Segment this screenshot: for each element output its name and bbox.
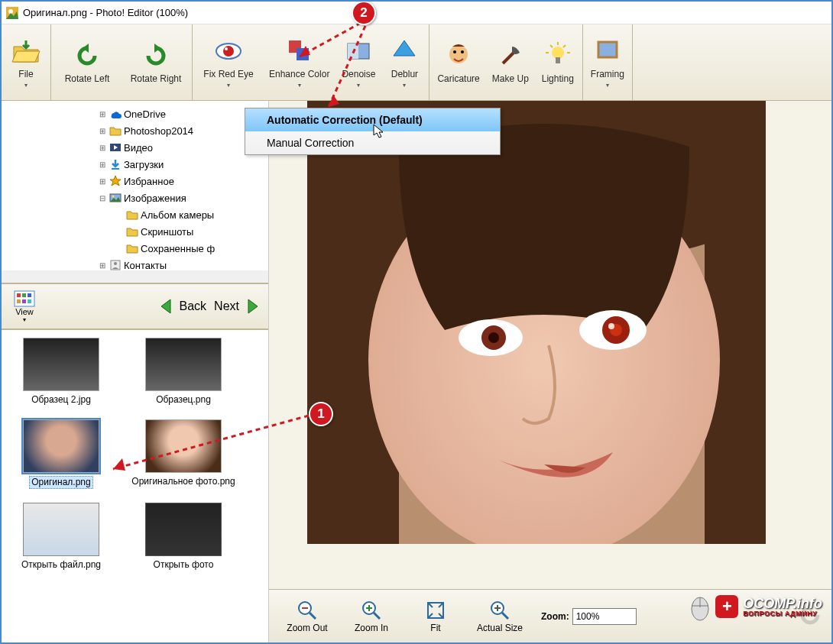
thumbnail-caption: Образец 2.jpg [30,394,92,406]
expand-toggle[interactable]: ⊞ [98,177,107,186]
expand-toggle[interactable]: ⊞ [98,110,107,118]
next-button[interactable]: Next [214,296,262,316]
svg-point-11 [461,50,464,53]
svg-line-17 [550,45,553,47]
thumbnail-image [23,338,99,391]
lighting-button[interactable]: Lighting [535,28,581,97]
tree-label: Альбом камеры [141,209,214,221]
red-eye-icon [213,36,244,66]
callout-2: 2 [352,1,376,25]
thumbnail-image [145,503,222,556]
chevron-down-icon: ▾ [298,82,301,89]
caricature-button[interactable]: Caricature [431,28,485,97]
enhance-color-button[interactable]: Enhance Color ▾ [263,28,335,97]
main-toolbar: File ▾ Rotate Left Rotate Right Fix Red … [2,24,831,101]
svg-rect-19 [598,42,617,57]
zoom-out-button[interactable]: Zoom Out [277,600,338,633]
rotate-left-button[interactable]: Rotate Left [53,28,122,97]
zoom-input[interactable] [572,608,637,625]
expand-toggle[interactable]: ⊞ [98,127,107,135]
tree-item[interactable]: ⊞OneDrive [5,105,265,122]
thumbnail-item[interactable]: Образец 2.jpg [8,338,115,406]
folder-icon [125,209,139,221]
svg-rect-29 [28,293,31,297]
svg-line-48 [374,613,380,619]
enhance-color-icon [284,36,315,66]
svg-point-12 [552,47,564,59]
view-mode-button[interactable]: View ▾ [8,290,41,323]
tree-label: Сохраненные ф [141,243,215,254]
tree-label: Загрузки [124,159,164,170]
thumbnail-item[interactable]: Открыть фото [130,503,237,571]
image-canvas[interactable] [269,101,831,589]
mouse-icon [689,592,711,621]
zoom-in-button[interactable]: Zoom In [341,600,402,633]
thumbnail-image [145,338,222,391]
zoom-label: Zoom: [541,611,569,622]
tree-item[interactable]: Скриншоты [5,223,265,240]
svg-line-44 [310,613,316,619]
thumbnail-item[interactable]: Оригинальное фото.png [130,419,237,489]
svg-rect-28 [22,293,26,297]
download-icon [109,158,122,170]
cursor-icon [373,124,385,139]
chevron-down-icon: ▾ [227,82,230,89]
makeup-brush-icon [495,40,526,71]
onedrive-icon [109,108,122,120]
fit-button[interactable]: Fit [405,600,466,633]
actual-size-button[interactable]: Actual Size [469,600,530,633]
file-button[interactable]: File ▾ [3,28,49,97]
video-icon [109,141,122,154]
tree-item[interactable]: ⊟Изображения [5,189,265,206]
caricature-icon [443,40,474,71]
expand-toggle[interactable]: ⊟ [98,194,107,202]
thumbnail-item[interactable]: Оригинал.png [8,419,115,489]
lightbulb-icon [543,40,573,71]
tree-label: OneDrive [124,108,166,120]
expand-toggle[interactable]: ⊞ [98,144,107,152]
expand-toggle[interactable]: ⊞ [98,261,107,270]
folder-icon [109,125,122,137]
thumbnail-caption: Образец.png [154,394,212,406]
watermark: + OCOMP.info ВОПРОСЫ АДМИНУ [689,592,822,621]
svg-point-4 [225,47,228,50]
tree-item[interactable]: Сохраненные ф [5,240,265,257]
chevron-down-icon: ▾ [606,82,609,89]
thumbnail-caption: Оригинальное фото.png [130,476,236,487]
thumbnail-item[interactable]: Образец.png [130,338,237,406]
tree-item[interactable]: ⊞Избранное [5,173,265,189]
thumbnail-image [23,419,99,473]
svg-rect-6 [297,48,309,60]
svg-point-25 [114,262,117,265]
svg-point-3 [223,46,234,57]
svg-rect-8 [348,44,358,59]
deblur-icon [389,36,420,66]
rotate-right-button[interactable]: Rotate Right [122,28,190,97]
framing-button[interactable]: Framing ▾ [585,28,630,97]
makeup-button[interactable]: Make Up [486,28,535,97]
thumbnail-item[interactable]: Открыть файл.png [8,503,115,571]
denoise-button[interactable]: Denoise ▾ [335,28,381,97]
back-button[interactable]: Back [157,296,207,316]
folder-tree[interactable]: ⊞OneDrive⊞Photoshop2014⊞Видео⊞Загрузки⊞И… [2,101,268,284]
svg-rect-27 [17,293,21,297]
expand-toggle[interactable]: ⊞ [98,160,107,169]
thumbnail-panel[interactable]: Образец 2.jpgОбразец.pngОригинал.pngОриг… [2,330,268,642]
tree-label: Контакты [124,260,167,271]
svg-rect-30 [17,299,21,303]
thumbnail-image [23,503,99,556]
tree-item[interactable]: ⊞Загрузки [5,156,265,173]
tree-item[interactable]: ⊞Видео [5,139,265,156]
rotate-right-icon [141,40,171,71]
fix-red-eye-button[interactable]: Fix Red Eye ▾ [194,28,263,97]
tree-item[interactable]: ⊞Photoshop2014 [5,122,265,139]
tree-label: Скриншоты [141,226,193,238]
deblur-button[interactable]: Deblur ▾ [381,28,427,97]
chevron-down-icon: ▾ [403,82,406,89]
contacts-icon [109,259,122,271]
tree-label: Photoshop2014 [124,125,193,137]
tree-item[interactable]: Альбом камеры [5,206,265,223]
svg-rect-32 [28,299,31,303]
zoom-out-icon [297,600,318,621]
svg-point-23 [112,196,115,198]
